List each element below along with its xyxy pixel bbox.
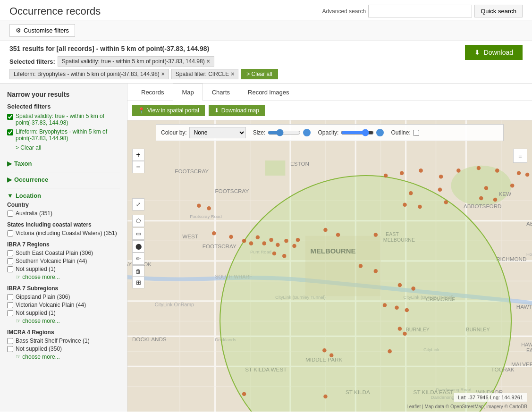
svg-text:FOOTSCRAY: FOOTSCRAY (175, 168, 209, 174)
customise-filters-button[interactable]: ⚙ Customise filters (9, 24, 75, 37)
svg-point-71 (439, 175, 443, 179)
tab-record-images[interactable]: Record images (239, 84, 298, 101)
imcra-choose-more[interactable]: ☞ choose more... (16, 354, 120, 360)
ibra7sub-gp-checkbox[interactable] (7, 294, 13, 300)
imcra-ns-checkbox[interactable] (7, 346, 13, 352)
svg-point-114 (405, 308, 409, 312)
svg-point-104 (282, 254, 287, 258)
ibra7-group: IBRA 7 Regions South East Coastal Plain … (7, 241, 120, 280)
svg-text:MALVERN: MALVERN (511, 361, 532, 367)
ibra7-secp-checkbox[interactable] (7, 250, 13, 256)
location-section: ▼ Location Country Australia (351) State… (7, 188, 120, 360)
svg-point-101 (292, 244, 296, 248)
svg-text:HAWTHORN: HAWTHORN (516, 303, 532, 310)
layers-button[interactable]: ⊞ (132, 276, 144, 288)
remove-filter-1[interactable]: × (207, 58, 210, 65)
tab-records[interactable]: Records (132, 84, 173, 101)
choose-more-icon-3: ☞ (16, 354, 21, 360)
colour-by-control: Colour by: None Taxon Year Month Basis o… (161, 127, 246, 138)
location-header[interactable]: ▼ Location (7, 192, 120, 199)
map-attribution: Leaflet | Map data © OpenStreetMap, imag… (406, 404, 527, 409)
svg-point-82 (510, 184, 515, 188)
svg-point-72 (456, 169, 461, 173)
ibra7sub-vvp-checkbox[interactable] (7, 302, 13, 308)
zoom-in-button[interactable]: + (132, 149, 144, 161)
colour-by-select[interactable]: None Taxon Year Month Basis of record (189, 127, 246, 138)
ibra7sub-choose-more[interactable]: ☞ choose more... (16, 318, 120, 324)
occurrence-section: ▶ Occurrence (7, 172, 120, 183)
sidebar-filter-checkbox-1[interactable] (7, 114, 13, 120)
svg-text:FOOTSCRAY: FOOTSCRAY (215, 188, 249, 194)
filters-toolbar: ⚙ Customise filters (0, 20, 532, 41)
occurrence-header[interactable]: ▶ Occurrence (7, 176, 120, 183)
svg-point-121 (323, 395, 328, 399)
tab-charts[interactable]: Charts (203, 84, 239, 101)
svg-point-112 (383, 303, 387, 307)
sidebar-filter-checkbox-2[interactable] (7, 129, 13, 135)
pin-icon: 📍 (138, 107, 145, 114)
svg-text:DOCKLANDS: DOCKLANDS (132, 336, 167, 342)
ibra7-choose-more[interactable]: ☞ choose more... (16, 274, 120, 280)
ibra7sub-ns: Not supplied (1) (7, 310, 120, 316)
taxon-header[interactable]: ▶ Taxon (7, 160, 120, 167)
rectangle-tool[interactable]: ▭ (132, 228, 144, 240)
circle-tool[interactable]: ⬤ (132, 240, 144, 253)
svg-point-103 (272, 252, 277, 256)
search-area: Advanced search Quick search (322, 5, 523, 17)
country-australia-checkbox[interactable] (7, 211, 13, 217)
choose-more-icon-2: ☞ (16, 318, 21, 324)
remove-filter-3[interactable]: × (231, 71, 234, 77)
svg-point-69 (400, 171, 404, 175)
clear-all-button[interactable]: > Clear all (241, 69, 278, 79)
view-spatial-portal-button[interactable]: 📍 View in spatial portal (132, 105, 205, 116)
sidebar-clear-link[interactable]: > Clear all (16, 144, 41, 151)
ibra7-ns-checkbox[interactable] (7, 266, 13, 272)
svg-point-86 (418, 205, 422, 209)
quick-search-button[interactable]: Quick search (474, 5, 523, 17)
download-map-button[interactable]: ⬇ Download map (209, 105, 265, 116)
svg-text:Hoddle St: Hoddle St (526, 252, 532, 257)
svg-text:HAWTHORN: HAWTHORN (521, 342, 532, 347)
tab-map[interactable]: Map (173, 84, 203, 101)
legend-button[interactable]: ≡ (513, 149, 527, 163)
ibra7-svp-checkbox[interactable] (7, 258, 13, 264)
svg-point-116 (403, 332, 407, 336)
svg-point-109 (374, 269, 378, 273)
edit-tool[interactable]: ✏ (132, 253, 144, 265)
advanced-search-link[interactable]: Advanced search (322, 8, 366, 15)
svg-point-107 (374, 233, 378, 237)
imcra-bssp: Bass Strait Shelf Province (1) (7, 337, 120, 344)
size-control: Size: (253, 129, 311, 136)
svg-point-68 (384, 174, 388, 178)
imcra-bssp-checkbox[interactable] (7, 338, 13, 344)
search-input[interactable] (368, 5, 472, 17)
download-button[interactable]: ⬇ Download (465, 45, 523, 60)
svg-text:CityLink OnRamp: CityLink OnRamp (155, 302, 194, 307)
outline-checkbox[interactable] (413, 130, 419, 136)
svg-point-108 (359, 264, 363, 268)
polygon-tool[interactable]: ⬠ (132, 215, 144, 227)
opacity-slider[interactable] (341, 129, 374, 136)
svg-point-97 (262, 241, 266, 245)
ibra7-secp: South East Coastal Plain (306) (7, 250, 120, 256)
country-group: Country Australia (351) (7, 202, 120, 217)
fullscreen-tool[interactable]: ⤢ (132, 198, 144, 211)
taxon-section: ▶ Taxon (7, 156, 120, 167)
size-slider[interactable] (268, 129, 301, 136)
svg-text:WEST: WEST (182, 233, 198, 239)
svg-point-94 (242, 239, 246, 243)
zoom-out-button[interactable]: − (132, 161, 144, 173)
map-container[interactable]: Colour by: None Taxon Year Month Basis o… (127, 120, 532, 412)
state-victoria-checkbox[interactable] (7, 230, 13, 236)
states-group: States including coastal waters Victoria… (7, 221, 120, 236)
svg-point-70 (419, 169, 423, 173)
remove-filter-2[interactable]: × (161, 71, 165, 77)
svg-point-96 (256, 236, 260, 240)
download-map-icon: ⬇ (214, 107, 219, 114)
ibra7-svp: Southern Volcanic Plain (44) (7, 258, 120, 264)
ibra7sub-ns-checkbox[interactable] (7, 310, 13, 316)
size-indicator (303, 129, 311, 136)
svg-text:ABBOTSFORD: ABBOTSFORD (464, 203, 502, 209)
svg-point-102 (296, 238, 300, 242)
svg-text:RICHMOND: RICHMOND (496, 256, 526, 262)
